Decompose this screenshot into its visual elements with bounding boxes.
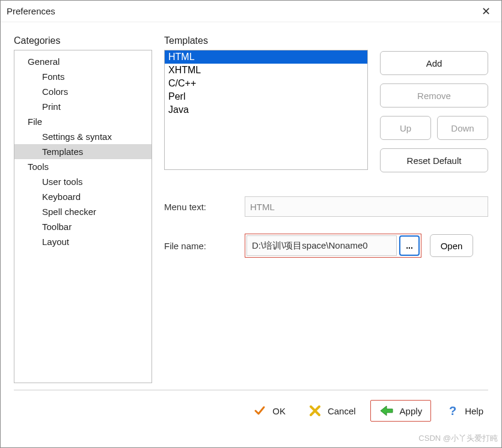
svg-text:?: ?: [449, 404, 456, 417]
tree-item-settings-syntax[interactable]: Settings & syntax: [14, 129, 152, 144]
categories-tree[interactable]: General Fonts Colors Print File Settings…: [14, 50, 152, 383]
tree-item-tools[interactable]: Tools: [14, 159, 152, 174]
cross-icon: [308, 404, 322, 417]
apply-button[interactable]: Apply: [370, 400, 432, 422]
file-name-input[interactable]: [246, 235, 397, 256]
tree-item-keyboard[interactable]: Keyboard: [14, 189, 152, 204]
check-icon: [253, 404, 266, 417]
template-item-xhtml[interactable]: XHTML: [165, 64, 367, 77]
down-button[interactable]: Down: [437, 116, 488, 140]
tree-item-colors[interactable]: Colors: [14, 84, 152, 99]
tree-item-layout[interactable]: Layout: [14, 234, 152, 249]
template-item-ccpp[interactable]: C/C++: [165, 77, 367, 90]
tree-item-print[interactable]: Print: [14, 99, 152, 114]
open-button[interactable]: Open: [430, 234, 473, 257]
templates-label: Templates: [164, 35, 368, 46]
reset-default-button[interactable]: Reset Default: [380, 148, 488, 172]
cancel-button[interactable]: Cancel: [300, 401, 364, 421]
template-item-html[interactable]: HTML: [165, 50, 367, 64]
window-title: Preferences: [7, 6, 477, 16]
help-button[interactable]: ? Help: [437, 401, 492, 421]
cancel-label: Cancel: [328, 406, 356, 416]
categories-label: Categories: [14, 35, 152, 46]
menu-text-label: Menu text:: [164, 202, 236, 212]
help-label: Help: [465, 406, 483, 416]
tree-item-user-tools[interactable]: User tools: [14, 174, 152, 189]
remove-button[interactable]: Remove: [380, 83, 488, 107]
tree-item-spell-checker[interactable]: Spell checker: [14, 204, 152, 219]
tree-item-toolbar[interactable]: Toolbar: [14, 219, 152, 234]
template-item-perl[interactable]: Perl: [165, 90, 367, 103]
tree-item-templates[interactable]: Templates: [14, 144, 152, 159]
add-button[interactable]: Add: [380, 51, 488, 75]
file-name-label: File name:: [164, 241, 236, 251]
tree-item-general[interactable]: General: [14, 54, 152, 69]
arrow-left-icon: [379, 404, 394, 417]
ok-button[interactable]: OK: [245, 401, 294, 421]
help-icon: ?: [445, 404, 459, 417]
apply-label: Apply: [400, 406, 423, 416]
tree-item-fonts[interactable]: Fonts: [14, 69, 152, 84]
templates-list[interactable]: HTML XHTML C/C++ Perl Java: [164, 50, 368, 170]
template-item-java[interactable]: Java: [165, 103, 367, 117]
tree-item-file[interactable]: File: [14, 114, 152, 129]
ok-label: OK: [272, 406, 286, 416]
close-icon[interactable]: ✕: [477, 2, 495, 20]
browse-button[interactable]: ...: [399, 235, 420, 256]
menu-text-input[interactable]: [245, 196, 488, 217]
watermark: CSDN @小丫头爱打盹: [418, 433, 498, 444]
up-button[interactable]: Up: [380, 116, 431, 140]
